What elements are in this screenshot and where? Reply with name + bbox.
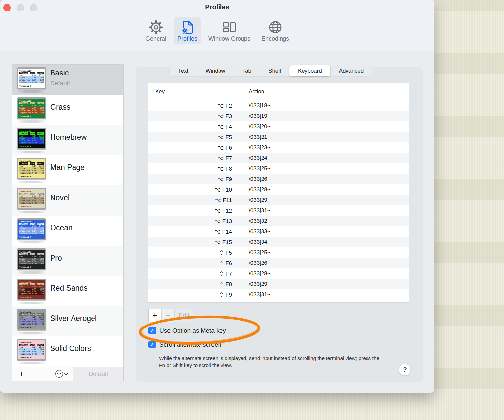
profile-name: Man Page [50, 163, 85, 172]
table-row[interactable]: ⇧ F5\033[25~ [148, 247, 409, 258]
table-row[interactable]: ⌥ F7\033[24~ [148, 153, 409, 163]
column-header-action[interactable]: Action [240, 88, 409, 95]
profile-thumbnail: Terminal1#COMMAND%CPURPRVTtop4.1%231KXco… [17, 158, 46, 179]
profile-thumbnail-terminal: Terminal1#COMMAND%CPURPRVTtop4.1%231KXco… [18, 189, 45, 208]
toolbar-item-window-groups[interactable]: Window Groups [204, 17, 254, 44]
profile-item-solid-colors[interactable]: Terminal1#COMMAND%CPURPRVTtop4.1%231KXco… [12, 336, 123, 367]
table-row[interactable]: ⌥ F4\033[20~ [148, 121, 409, 132]
add-key-button[interactable]: + [148, 309, 161, 322]
profile-item-ocean[interactable]: Terminal1#COMMAND%CPURPRVTtop4.1%231KXco… [12, 216, 123, 246]
tab-text[interactable]: Text [170, 65, 197, 76]
key-cell: ⌥ F4 [148, 123, 240, 130]
column-divider[interactable] [240, 88, 240, 95]
profile-item-man-page[interactable]: Terminal1#COMMAND%CPURPRVTtop4.1%231KXco… [12, 155, 123, 185]
table-row[interactable]: ⌥ F3\033[19~ [148, 111, 409, 121]
profile-thumbnail: Terminal1#COMMAND%CPURPRVTtop4.1%231KXco… [17, 97, 46, 119]
add-profile-button[interactable]: + [12, 367, 31, 381]
table-body: ⌥ F2\033[18~⌥ F3\033[19~⌥ F4\033[20~⌥ F5… [148, 100, 409, 300]
use-option-as-meta-row: ✓ Use Option as Meta key [148, 327, 226, 334]
table-row[interactable]: ⇧ F9\033[31~ [148, 289, 409, 300]
key-cell: ⌥ F9 [148, 176, 240, 183]
profile-thumbnail-terminal: Terminal1#COMMAND%CPURPRVTtop4.1%231KXco… [18, 250, 45, 269]
table-row[interactable]: ⌥ F6\033[23~ [148, 142, 409, 153]
table-row[interactable]: ⌥ F5\033[21~ [148, 132, 409, 142]
action-cell: \033[34~ [240, 239, 409, 245]
key-cell: ⇧ F6 [148, 260, 240, 267]
thumbnail-reflection [18, 120, 45, 123]
action-cell: \033[29~ [240, 281, 409, 287]
profile-item-grass[interactable]: Terminal1#COMMAND%CPURPRVTtop4.1%231KXco… [12, 95, 123, 125]
table-row[interactable]: ⇧ F6\033[26~ [148, 258, 409, 268]
action-cell: \033[33~ [240, 228, 409, 235]
profile-name: Grass [50, 103, 70, 112]
profile-item-pro[interactable]: Terminal1#COMMAND%CPURPRVTtop4.1%231KXco… [12, 246, 123, 276]
profile-item-novel[interactable]: Terminal1#COMMAND%CPURPRVTtop4.1%231KXco… [12, 185, 123, 216]
tab-tab[interactable]: Tab [234, 65, 260, 76]
profile-item-homebrew[interactable]: Terminal1#COMMAND%CPURPRVTtop4.1%231KXco… [12, 125, 123, 155]
table-row[interactable]: ⌥ F11\033[29~ [148, 195, 409, 205]
tab-shell[interactable]: Shell [260, 65, 289, 76]
remove-key-button[interactable]: − [161, 309, 175, 322]
table-row[interactable]: ⌥ F2\033[18~ [148, 100, 409, 111]
titlebar: Profiles General [0, 0, 434, 51]
help-button[interactable]: ? [399, 364, 411, 376]
scroll-alternate-screen-checkbox[interactable]: ✓ [148, 341, 156, 348]
profile-name: Solid Colors [50, 344, 91, 353]
profile-item-red-sands[interactable]: Terminal1#COMMAND%CPURPRVTtop4.1%231KXco… [12, 276, 123, 306]
action-cell: \033[20~ [240, 123, 409, 130]
profile-thumbnail-terminal: Terminal1#COMMAND%CPURPRVTtop4.1%231KXco… [18, 220, 45, 239]
toolbar-item-label: Window Groups [208, 35, 250, 42]
toolbar-item-label: Encodings [262, 35, 289, 42]
table-row[interactable]: ⌥ F8\033[25~ [148, 163, 409, 174]
thumbnail-reflection [18, 271, 45, 274]
table-row[interactable]: ⌥ F14\033[33~ [148, 226, 409, 237]
column-header-key[interactable]: Key [148, 88, 240, 95]
thumbnail-reflection [18, 332, 45, 334]
window-title: Profiles [0, 3, 434, 11]
toolbar-item-general[interactable]: General [141, 17, 170, 44]
table-row[interactable]: ⌥ F13\033[32~ [148, 216, 409, 226]
default-button[interactable]: Default [73, 367, 123, 381]
profile-item-basic[interactable]: Terminal1#COMMAND%CPURPRVTtop4.1%231KXco… [12, 65, 123, 95]
profile-thumbnail: Terminal1#COMMAND%CPURPRVTtop4.1%231KXco… [17, 248, 46, 270]
key-cell: ⇧ F8 [148, 281, 240, 288]
table-row[interactable]: ⌥ F15\033[34~ [148, 237, 409, 247]
table-row[interactable]: ⌥ F9\033[26~ [148, 174, 409, 184]
action-cell: \033[23~ [240, 144, 409, 151]
alternate-screen-help-text: While the alternate screen is displayed,… [159, 355, 382, 369]
key-cell: ⌥ F6 [148, 144, 240, 151]
use-option-as-meta-checkbox[interactable]: ✓ [148, 327, 156, 334]
action-cell: \033[28~ [240, 186, 409, 193]
profile-thumbnail-terminal: Terminal1#COMMAND%CPURPRVTtop4.1%231KXco… [18, 99, 45, 118]
action-cell: \033[26~ [240, 176, 409, 182]
checkbox-label: Use Option as Meta key [159, 327, 226, 334]
tab-window[interactable]: Window [197, 65, 234, 76]
toolbar-item-profiles[interactable]: Profiles [174, 17, 201, 44]
profile-thumbnail: Terminal1#COMMAND%CPURPRVTtop4.1%231KXco… [17, 279, 46, 300]
key-mapping-table: Key Action ⌥ F2\033[18~⌥ F3\033[19~⌥ F4\… [148, 83, 409, 302]
table-row[interactable]: ⇧ F7\033[28~ [148, 268, 409, 279]
table-row[interactable]: ⇧ F8\033[29~ [148, 279, 409, 289]
toolbar-item-label: Profiles [178, 35, 197, 42]
edit-key-button[interactable]: Edit [175, 309, 193, 322]
globe-icon [268, 20, 283, 35]
profile-thumbnail-terminal: Terminal1#COMMAND%CPURPRVTtop4.1%231KXco… [18, 69, 45, 88]
table-row[interactable]: ⌥ F10\033[28~ [148, 184, 409, 195]
profile-thumbnail: Terminal1#COMMAND%CPURPRVTtop4.1%231KXco… [17, 128, 46, 149]
tab-keyboard[interactable]: Keyboard [289, 65, 330, 76]
key-cell: ⌥ F3 [148, 113, 240, 120]
action-cell: \033[29~ [240, 197, 409, 203]
tab-advanced[interactable]: Advanced [330, 65, 372, 76]
remove-profile-button[interactable]: − [31, 367, 50, 381]
profile-name: Silver Aerogel [50, 314, 97, 323]
thumbnail-reflection [18, 151, 45, 153]
profile-thumbnail: Terminal1#COMMAND%CPURPRVTtop4.1%231KXco… [17, 339, 46, 361]
table-row[interactable]: ⌥ F12\033[31~ [148, 205, 409, 216]
key-cell: ⌥ F7 [148, 155, 240, 162]
action-cell: \033[31~ [240, 207, 409, 214]
profile-tabbar: TextWindowTabShellKeyboardAdvanced [170, 65, 372, 76]
profile-item-silver-aerogel[interactable]: Terminal1#COMMAND%CPURPRVTtop4.1%231KXco… [12, 306, 123, 336]
more-options-button[interactable]: ··· [50, 367, 73, 381]
ellipsis-circle-icon: ··· [55, 370, 63, 378]
toolbar-item-encodings[interactable]: Encodings [258, 17, 293, 44]
